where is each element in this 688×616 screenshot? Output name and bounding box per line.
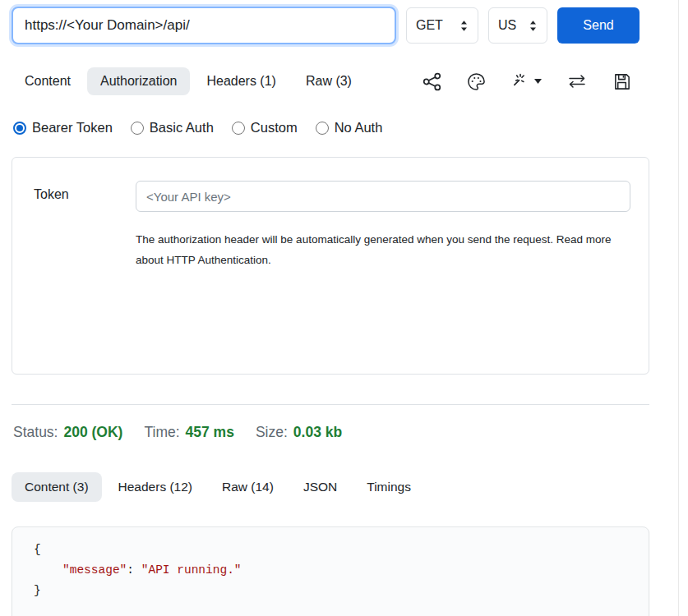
auth-option-basic-auth[interactable]: Basic Auth (131, 120, 214, 136)
magic-wand-dropdown-icon[interactable] (511, 72, 542, 91)
size-label: Size: (256, 424, 288, 441)
radio-selected-icon (13, 122, 26, 135)
response-status-bar: Status: 200 (OK) Time: 457 ms Size: 0.03… (12, 424, 640, 441)
auth-type-options: Bearer Token Basic Auth Custom No Auth (12, 120, 640, 136)
token-panel: Token The authorization header will be a… (12, 157, 649, 375)
auth-option-custom[interactable]: Custom (232, 120, 298, 136)
response-body[interactable]: { "message": "API running." } (12, 526, 649, 616)
save-icon[interactable] (612, 72, 631, 91)
tab-raw[interactable]: Raw (3) (293, 67, 365, 95)
method-select[interactable]: GET (406, 7, 478, 44)
time-value: 457 ms (186, 424, 234, 441)
auth-option-label: Basic Auth (150, 120, 214, 136)
token-main: The authorization header will be automat… (136, 181, 630, 270)
tab-headers[interactable]: Headers (1) (193, 67, 289, 95)
status-label: Status: (13, 424, 58, 441)
auth-option-label: Bearer Token (32, 120, 113, 136)
swap-arrows-icon[interactable] (567, 73, 587, 90)
request-bar: GET US Send (12, 7, 640, 44)
token-label: Token (34, 181, 136, 202)
code-line: } (34, 581, 649, 601)
stepper-arrows-icon (459, 20, 469, 32)
resp-tab-timings[interactable]: Timings (353, 472, 424, 502)
resp-tab-content[interactable]: Content (3) (12, 472, 102, 502)
page-edge-divider (678, 0, 679, 616)
tab-authorization[interactable]: Authorization (87, 67, 190, 95)
palette-icon[interactable] (467, 72, 486, 91)
api-tester-page: GET US Send Content Authorization Header… (0, 0, 640, 616)
status-group: Status: 200 (OK) (13, 424, 122, 441)
size-group: Size: 0.03 kb (256, 424, 342, 441)
json-separator: : (127, 563, 141, 577)
auth-option-no-auth[interactable]: No Auth (316, 120, 383, 136)
time-group: Time: 457 ms (144, 424, 233, 441)
resp-tab-json[interactable]: JSON (290, 472, 350, 502)
section-divider (12, 404, 649, 405)
code-line: "message": "API running." (34, 560, 649, 581)
auth-option-label: No Auth (335, 120, 383, 136)
send-button[interactable]: Send (557, 7, 640, 44)
resp-tab-raw[interactable]: Raw (14) (209, 472, 287, 502)
time-label: Time: (144, 424, 179, 441)
share-icon[interactable] (422, 72, 441, 91)
radio-unselected-icon (131, 122, 144, 135)
code-line: { (34, 540, 649, 560)
json-value: "API running." (141, 563, 242, 577)
request-toolbar (422, 72, 640, 91)
token-help-text: The authorization header will be automat… (136, 229, 627, 270)
region-select[interactable]: US (488, 7, 547, 44)
status-value: 200 (OK) (63, 424, 122, 441)
auth-option-label: Custom (251, 120, 298, 136)
method-select-value: GET (416, 18, 443, 33)
token-input[interactable] (136, 181, 630, 212)
json-key: "message" (62, 563, 127, 577)
resp-tab-headers[interactable]: Headers (12) (105, 472, 205, 502)
auth-option-bearer-token[interactable]: Bearer Token (13, 120, 113, 136)
size-value: 0.03 kb (293, 424, 342, 441)
url-input[interactable] (12, 7, 396, 44)
radio-unselected-icon (316, 122, 329, 135)
stepper-arrows-icon (529, 20, 538, 32)
radio-unselected-icon (232, 122, 245, 135)
request-tabs: Content Authorization Headers (1) Raw (3… (12, 67, 640, 95)
tab-content[interactable]: Content (12, 67, 84, 95)
region-select-value: US (498, 18, 516, 33)
response-tabs: Content (3) Headers (12) Raw (14) JSON T… (12, 472, 640, 502)
